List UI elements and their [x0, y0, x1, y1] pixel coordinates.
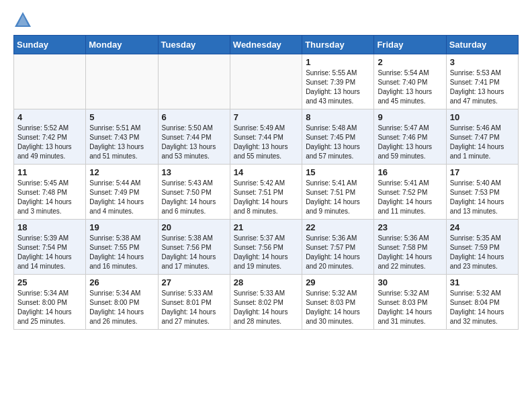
- day-number: 19: [89, 222, 154, 232]
- logo: [13, 11, 35, 30]
- calendar-cell: 22Sunrise: 5:36 AM Sunset: 7:57 PM Dayli…: [302, 220, 374, 275]
- day-content: Sunrise: 5:44 AM Sunset: 7:49 PM Dayligh…: [89, 179, 154, 216]
- day-number: 1: [306, 57, 370, 67]
- calendar-cell: 2Sunrise: 5:54 AM Sunset: 7:40 PM Daylig…: [374, 54, 446, 109]
- day-number: 29: [306, 277, 370, 287]
- day-number: 24: [450, 222, 515, 232]
- day-number: 23: [378, 222, 442, 232]
- day-content: Sunrise: 5:48 AM Sunset: 7:45 PM Dayligh…: [306, 124, 370, 161]
- day-number: 11: [17, 167, 82, 177]
- calendar-row: 18Sunrise: 5:39 AM Sunset: 7:54 PM Dayli…: [14, 220, 519, 275]
- day-number: 18: [17, 222, 82, 232]
- calendar-cell: 25Sunrise: 5:34 AM Sunset: 8:00 PM Dayli…: [14, 275, 86, 330]
- day-content: Sunrise: 5:45 AM Sunset: 7:48 PM Dayligh…: [17, 179, 82, 216]
- calendar-cell: 21Sunrise: 5:37 AM Sunset: 7:56 PM Dayli…: [230, 220, 302, 275]
- day-number: 5: [89, 112, 154, 122]
- day-number: 17: [450, 167, 515, 177]
- calendar-cell: 6Sunrise: 5:50 AM Sunset: 7:44 PM Daylig…: [158, 109, 230, 165]
- day-number: 14: [234, 167, 298, 177]
- weekday-header-thursday: Thursday: [302, 36, 374, 54]
- calendar-row: 11Sunrise: 5:45 AM Sunset: 7:48 PM Dayli…: [14, 165, 519, 220]
- day-number: 25: [17, 277, 82, 287]
- calendar-cell: 30Sunrise: 5:32 AM Sunset: 8:03 PM Dayli…: [374, 275, 446, 330]
- day-content: Sunrise: 5:37 AM Sunset: 7:56 PM Dayligh…: [234, 234, 298, 271]
- day-content: Sunrise: 5:43 AM Sunset: 7:50 PM Dayligh…: [162, 179, 226, 216]
- calendar-cell: 27Sunrise: 5:33 AM Sunset: 8:01 PM Dayli…: [158, 275, 230, 330]
- weekday-header-tuesday: Tuesday: [158, 36, 230, 54]
- day-content: Sunrise: 5:33 AM Sunset: 8:01 PM Dayligh…: [162, 289, 226, 326]
- day-number: 30: [378, 277, 442, 287]
- day-content: Sunrise: 5:39 AM Sunset: 7:54 PM Dayligh…: [17, 234, 82, 271]
- calendar-cell: [14, 54, 86, 109]
- day-number: 16: [378, 167, 442, 177]
- calendar-cell: 10Sunrise: 5:46 AM Sunset: 7:47 PM Dayli…: [446, 109, 518, 165]
- weekday-header-sunday: Sunday: [14, 36, 86, 54]
- calendar-cell: 31Sunrise: 5:32 AM Sunset: 8:04 PM Dayli…: [446, 275, 518, 330]
- calendar-row: 1Sunrise: 5:55 AM Sunset: 7:39 PM Daylig…: [14, 54, 519, 109]
- day-content: Sunrise: 5:32 AM Sunset: 8:03 PM Dayligh…: [306, 289, 370, 326]
- calendar-cell: 8Sunrise: 5:48 AM Sunset: 7:45 PM Daylig…: [302, 109, 374, 165]
- day-number: 8: [306, 112, 370, 122]
- day-number: 26: [89, 277, 154, 287]
- day-content: Sunrise: 5:47 AM Sunset: 7:46 PM Dayligh…: [378, 124, 442, 161]
- day-content: Sunrise: 5:53 AM Sunset: 7:41 PM Dayligh…: [450, 68, 515, 106]
- calendar-cell: 1Sunrise: 5:55 AM Sunset: 7:39 PM Daylig…: [302, 54, 374, 109]
- calendar-row: 25Sunrise: 5:34 AM Sunset: 8:00 PM Dayli…: [14, 275, 519, 330]
- day-content: Sunrise: 5:41 AM Sunset: 7:52 PM Dayligh…: [378, 179, 442, 216]
- calendar-cell: 26Sunrise: 5:34 AM Sunset: 8:00 PM Dayli…: [86, 275, 158, 330]
- day-number: 27: [162, 277, 226, 287]
- day-content: Sunrise: 5:41 AM Sunset: 7:51 PM Dayligh…: [306, 179, 370, 216]
- page-header: [13, 11, 519, 30]
- calendar-cell: 3Sunrise: 5:53 AM Sunset: 7:41 PM Daylig…: [446, 54, 518, 109]
- weekday-header-monday: Monday: [86, 36, 158, 54]
- weekday-header-wednesday: Wednesday: [230, 36, 302, 54]
- day-content: Sunrise: 5:38 AM Sunset: 7:55 PM Dayligh…: [89, 234, 154, 271]
- calendar-cell: 4Sunrise: 5:52 AM Sunset: 7:42 PM Daylig…: [14, 109, 86, 165]
- calendar-cell: 24Sunrise: 5:35 AM Sunset: 7:59 PM Dayli…: [446, 220, 518, 275]
- calendar-table: SundayMondayTuesdayWednesdayThursdayFrid…: [13, 35, 519, 330]
- day-content: Sunrise: 5:38 AM Sunset: 7:56 PM Dayligh…: [162, 234, 226, 271]
- day-number: 6: [162, 112, 226, 122]
- calendar-cell: 9Sunrise: 5:47 AM Sunset: 7:46 PM Daylig…: [374, 109, 446, 165]
- day-content: Sunrise: 5:34 AM Sunset: 8:00 PM Dayligh…: [17, 289, 82, 326]
- calendar-cell: 15Sunrise: 5:41 AM Sunset: 7:51 PM Dayli…: [302, 165, 374, 220]
- day-content: Sunrise: 5:50 AM Sunset: 7:44 PM Dayligh…: [162, 124, 226, 161]
- day-number: 28: [234, 277, 298, 287]
- day-content: Sunrise: 5:35 AM Sunset: 7:59 PM Dayligh…: [450, 234, 515, 271]
- day-content: Sunrise: 5:32 AM Sunset: 8:04 PM Dayligh…: [450, 289, 515, 326]
- calendar-cell: 23Sunrise: 5:36 AM Sunset: 7:58 PM Dayli…: [374, 220, 446, 275]
- calendar-row: 4Sunrise: 5:52 AM Sunset: 7:42 PM Daylig…: [14, 109, 519, 165]
- day-content: Sunrise: 5:52 AM Sunset: 7:42 PM Dayligh…: [17, 124, 82, 161]
- calendar-cell: 20Sunrise: 5:38 AM Sunset: 7:56 PM Dayli…: [158, 220, 230, 275]
- calendar-cell: 13Sunrise: 5:43 AM Sunset: 7:50 PM Dayli…: [158, 165, 230, 220]
- calendar-cell: 19Sunrise: 5:38 AM Sunset: 7:55 PM Dayli…: [86, 220, 158, 275]
- day-content: Sunrise: 5:46 AM Sunset: 7:47 PM Dayligh…: [450, 124, 515, 161]
- day-content: Sunrise: 5:55 AM Sunset: 7:39 PM Dayligh…: [306, 68, 370, 106]
- calendar-cell: [86, 54, 158, 109]
- day-number: 12: [89, 167, 154, 177]
- calendar-cell: 7Sunrise: 5:49 AM Sunset: 7:44 PM Daylig…: [230, 109, 302, 165]
- day-content: Sunrise: 5:54 AM Sunset: 7:40 PM Dayligh…: [378, 68, 442, 106]
- day-content: Sunrise: 5:33 AM Sunset: 8:02 PM Dayligh…: [234, 289, 298, 326]
- day-content: Sunrise: 5:36 AM Sunset: 7:57 PM Dayligh…: [306, 234, 370, 271]
- day-content: Sunrise: 5:49 AM Sunset: 7:44 PM Dayligh…: [234, 124, 298, 161]
- calendar-cell: 5Sunrise: 5:51 AM Sunset: 7:43 PM Daylig…: [86, 109, 158, 165]
- day-content: Sunrise: 5:42 AM Sunset: 7:51 PM Dayligh…: [234, 179, 298, 216]
- weekday-header-saturday: Saturday: [446, 36, 518, 54]
- day-content: Sunrise: 5:40 AM Sunset: 7:53 PM Dayligh…: [450, 179, 515, 216]
- logo-icon: [13, 11, 32, 30]
- day-number: 7: [234, 112, 298, 122]
- weekday-header-row: SundayMondayTuesdayWednesdayThursdayFrid…: [14, 36, 519, 54]
- calendar-cell: 17Sunrise: 5:40 AM Sunset: 7:53 PM Dayli…: [446, 165, 518, 220]
- day-number: 9: [378, 112, 442, 122]
- day-number: 2: [378, 57, 442, 67]
- day-content: Sunrise: 5:32 AM Sunset: 8:03 PM Dayligh…: [378, 289, 442, 326]
- calendar-cell: 12Sunrise: 5:44 AM Sunset: 7:49 PM Dayli…: [86, 165, 158, 220]
- day-number: 15: [306, 167, 370, 177]
- day-number: 10: [450, 112, 515, 122]
- weekday-header-friday: Friday: [374, 36, 446, 54]
- calendar-cell: 14Sunrise: 5:42 AM Sunset: 7:51 PM Dayli…: [230, 165, 302, 220]
- calendar-cell: 16Sunrise: 5:41 AM Sunset: 7:52 PM Dayli…: [374, 165, 446, 220]
- day-number: 20: [162, 222, 226, 232]
- day-number: 4: [17, 112, 82, 122]
